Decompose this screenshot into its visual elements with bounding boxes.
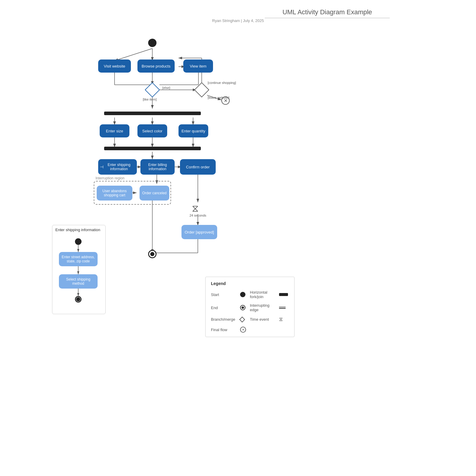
sub-diagram: Enter shipping information Enter street … — [52, 225, 106, 314]
start-node — [148, 39, 156, 47]
page-title: UML Activity Diagram Example — [265, 8, 390, 18]
legend-time-icon: ⧖ — [279, 316, 283, 322]
legend-end-icon — [240, 305, 245, 310]
legend-end: End — [211, 303, 250, 312]
page-subtitle: Ryan Stringham | July 4, 2025 — [0, 18, 476, 23]
legend-hfork: Horizontal fork/join — [250, 290, 289, 299]
legend-final: Final flow ✕ — [211, 327, 250, 333]
final-flow-node: ✕ — [221, 96, 230, 105]
legend-title: Legend — [211, 281, 289, 286]
user-abandons-node: User abandons shopping cart — [97, 186, 132, 201]
legend-branch: Branch/merge — [211, 316, 250, 322]
order-canceled-node: Order canceled — [140, 186, 169, 201]
sub-end-node — [75, 296, 82, 303]
legend-start-icon — [240, 292, 245, 297]
legend-time: Time event ⧖ — [250, 316, 289, 322]
end-node-main — [148, 250, 156, 258]
else-label: {else} — [162, 86, 170, 90]
legend-box: Legend Start Horizontal fork/join End In… — [205, 277, 295, 337]
continue-shopping-label: [continue shopping] — [208, 81, 236, 84]
legend-start: Start — [211, 290, 250, 299]
decision-diamond-2 — [194, 82, 209, 98]
view-item-node: View item — [183, 60, 213, 73]
legend-interrupt: Interrupting edge — [250, 303, 289, 312]
time-event: ⧖ — [192, 203, 198, 214]
enter-shipping-node: Enter shipping information ⊣ — [98, 159, 137, 175]
enter-billing-node: Enter billing information — [140, 159, 175, 175]
fork-icon: ⊣ — [100, 165, 104, 169]
legend-interrupt-icon — [279, 307, 286, 309]
visit-website-node: Visit website — [98, 60, 131, 73]
fork-bar-top — [104, 112, 201, 115]
sub-select-shipping-node: Select shipping method — [59, 274, 98, 289]
legend-hfork-icon — [279, 293, 288, 296]
enter-quantity-node: Enter quantity — [178, 124, 208, 137]
join-bar — [104, 147, 201, 150]
svg-line-2 — [115, 48, 152, 61]
decision-diamond-1 — [145, 82, 160, 98]
order-approved-node: Order [approved] — [181, 225, 217, 239]
time-label: 24 seconds — [190, 214, 206, 217]
sub-enter-address-node: Enter street address, state, zip code — [59, 252, 98, 266]
interruption-label: Interruption region — [95, 176, 124, 180]
interruption-region: Interruption region User abandons shoppi… — [94, 181, 171, 205]
select-color-node: Select color — [137, 124, 167, 137]
enter-size-node: Enter size — [100, 124, 129, 137]
legend-branch-icon — [239, 317, 245, 322]
browse-products-node: Browse products — [137, 60, 175, 73]
legend-final-icon: ✕ — [240, 327, 246, 333]
like-item-label: [like item] — [143, 98, 156, 101]
confirm-order-node: Confirm order — [180, 159, 216, 175]
